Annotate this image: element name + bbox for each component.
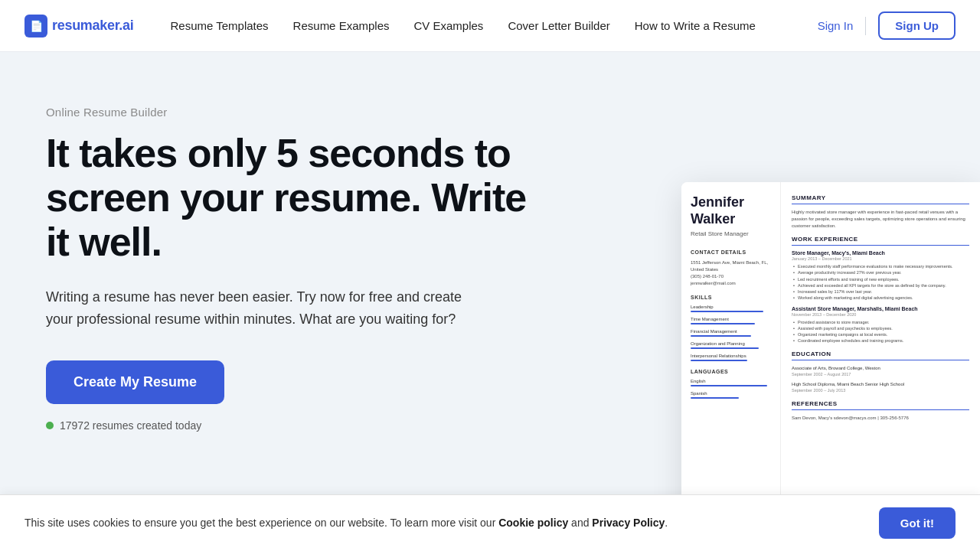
nav-how-to-write[interactable]: How to Write a Resume — [635, 19, 756, 32]
job-2-bullet-2: Assisted with payroll and paychecks to e… — [792, 325, 969, 331]
resume-skill-2: Time Management — [691, 317, 771, 324]
job-1-bullet-3: Led recruitment efforts and training of … — [792, 276, 969, 282]
resume-phone: (305) 248-01-70 — [691, 273, 771, 280]
resume-job-2: Assistant Store Manager, Marshalls, Miam… — [792, 306, 969, 344]
summary-section-title: Summary — [792, 194, 969, 204]
cookie-text: This site uses cookies to ensure you get… — [24, 515, 864, 531]
resume-contact-label: Contact Details — [691, 249, 771, 255]
resume-skills-label: Skills — [691, 295, 771, 300]
counter-dot-icon — [46, 422, 54, 429]
resume-email: jennwalker@mail.com — [691, 280, 771, 287]
hero-section: Online Resume Builder It takes only 5 se… — [0, 52, 980, 551]
sign-in-link[interactable]: Sign In — [818, 19, 854, 32]
job-1-bullet-5: Increased sales by 117% over last year. — [792, 289, 969, 295]
job-2-title: Assistant Store Manager, Marshalls, Miam… — [792, 306, 969, 311]
nav-cover-letter-builder[interactable]: Cover Letter Builder — [508, 19, 609, 32]
nav-actions: Sign In Sign Up — [818, 11, 956, 40]
got-it-button[interactable]: Got it! — [879, 507, 956, 539]
hero-content: Online Resume Builder It takes only 5 se… — [46, 98, 544, 432]
skill-bar-4 — [691, 347, 759, 349]
cookie-and: and — [571, 517, 592, 529]
resume-skill-5: Interpersonal Relationships — [691, 354, 771, 361]
nav-links: Resume Templates Resume Examples CV Exam… — [170, 19, 817, 32]
cookie-text-before: This site uses cookies to ensure you get… — [24, 517, 498, 529]
nav-resume-examples[interactable]: Resume Examples — [293, 19, 390, 32]
counter-text: 17972 resumes created today — [60, 419, 201, 432]
job-2-date: November 2013 – December 2020 — [792, 312, 969, 317]
resume-skill-1: Leadership — [691, 305, 771, 312]
cta-button[interactable]: Create My Resume — [46, 360, 224, 404]
edu-1: Associate of Arts, Broward College, West… — [792, 365, 969, 378]
lang-bar-2 — [691, 397, 739, 399]
cookie-banner: This site uses cookies to ensure you get… — [0, 494, 980, 551]
navigation: 📄 resumaker.ai Resume Templates Resume E… — [0, 0, 980, 52]
logo-icon: 📄 — [24, 15, 47, 37]
nav-cv-examples[interactable]: CV Examples — [414, 19, 484, 32]
resume-job-1: Store Manager, Macy's, Miami Beach Janua… — [792, 250, 969, 302]
resume-lang-1: English — [691, 379, 771, 383]
edu-2: High School Diploma, Miami Beach Senior … — [792, 381, 969, 394]
hero-title: It takes only 5 seconds to screen your r… — [46, 131, 544, 265]
job-1-bullet-2: Average productivity increased 27% over … — [792, 269, 969, 276]
skill-bar-1 — [691, 311, 763, 312]
nav-divider — [865, 17, 866, 35]
logo-text: resumaker.ai — [52, 18, 133, 34]
job-2-bullet-4: Coordinated employee schedules and train… — [792, 337, 969, 344]
hero-description: Writing a resume has never been easier. … — [46, 286, 490, 331]
cookie-period: . — [665, 517, 668, 529]
resume-job-title-tag: Retail Store Manager — [691, 230, 771, 237]
summary-text: Highly motivated store manager with expe… — [792, 209, 969, 230]
job-1-bullet-4: Achieved and exceeded all KPI targets fo… — [792, 282, 969, 289]
resume-address: 1551 Jefferson Ave, Miami Beach, FL, Uni… — [691, 259, 771, 273]
job-1-bullet-1: Executed monthly staff performance evalu… — [792, 263, 969, 269]
work-section-title: Work Experience — [792, 236, 969, 246]
skill-bar-5 — [691, 360, 747, 361]
references-text: Sam Devon, Macy's sdevon@macys.com | 305… — [792, 415, 969, 422]
job-1-date: January 2013 – December 2021 — [792, 256, 969, 261]
resume-lang-2: Spanish — [691, 391, 771, 396]
skill-bar-2 — [691, 323, 755, 324]
sign-up-button[interactable]: Sign Up — [878, 11, 956, 40]
resumes-counter: 17972 resumes created today — [46, 419, 544, 432]
hero-subtitle: Online Resume Builder — [46, 106, 544, 119]
education-block: Education Associate of Arts, Broward Col… — [792, 350, 969, 394]
education-section-title: Education — [792, 350, 969, 360]
resume-skill-4: Organization and Planning — [691, 341, 771, 349]
job-2-bullet-3: Organized marketing campaigns at local e… — [792, 331, 969, 337]
references-block: References Sam Devon, Macy's sdevon@macy… — [792, 400, 969, 422]
logo[interactable]: 📄 resumaker.ai — [24, 15, 133, 37]
job-2-bullet-1: Provided assistance to store manager. — [792, 319, 969, 325]
skill-bar-3 — [691, 335, 751, 337]
cookie-policy-link[interactable]: Cookie policy — [498, 517, 568, 529]
job-1-title: Store Manager, Macy's, Miami Beach — [792, 250, 969, 256]
resume-name: JenniferWalker — [691, 194, 771, 227]
resume-skill-3: Financial Management — [691, 329, 771, 337]
references-section-title: References — [792, 400, 969, 410]
resume-languages-label: Languages — [691, 369, 771, 374]
lang-bar-1 — [691, 385, 767, 386]
job-1-bullet-6: Worked along with marketing and digital … — [792, 295, 969, 301]
nav-resume-templates[interactable]: Resume Templates — [170, 19, 268, 32]
privacy-policy-link[interactable]: Privacy Policy — [592, 517, 665, 529]
